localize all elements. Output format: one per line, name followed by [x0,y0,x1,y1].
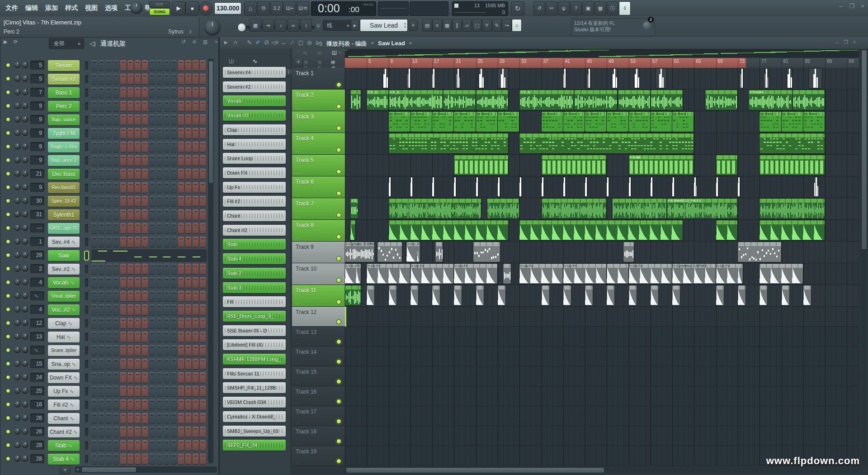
playlist-clip[interactable] [519,133,693,153]
channel-button[interactable]: Chant #2 ∿ [48,427,80,437]
channel-pan-knob[interactable] [14,170,21,177]
menu-1[interactable]: 编辑 [22,0,42,12]
playlist-clip[interactable] [716,177,718,197]
channel-led[interactable] [6,294,10,298]
grid-row[interactable] [345,386,859,406]
playlist-vscrollbar[interactable] [861,49,867,466]
picker-item[interactable]: Sevenn #2 [223,81,286,92]
picker-audio-tab[interactable]: ∿ [249,58,261,66]
channel-number[interactable]: 24 [30,373,44,382]
channel-volume-knob[interactable] [22,428,28,435]
picker-item[interactable]: SSE Bwam 05 - D [223,325,286,336]
channel-number[interactable]: 9 [30,183,44,192]
playlist-clip[interactable] [760,220,825,240]
channel-button[interactable]: Down FX ∿ [48,372,80,383]
channel-led[interactable] [6,171,10,176]
playlist-clip[interactable]: ▤ Bass 1 [585,112,606,132]
channel-volume-knob[interactable] [22,116,28,123]
track-header[interactable]: Track 11... [292,285,345,307]
rack-steps-icon[interactable]: ▥ [201,39,210,46]
playlist-clip[interactable]: ▤ Bass 1 [629,112,650,132]
playlist-mute-icon[interactable]: ◁× [271,39,279,47]
channel-pan-knob[interactable] [14,129,21,136]
playlist-clip[interactable] [760,264,803,284]
playlist-clip[interactable]: » Cymatics..0 BPM E [672,264,716,284]
picker-item[interactable]: Stab [223,239,286,250]
channel-led[interactable] [6,348,10,352]
timeline-ruler[interactable]: 5913172125293337414549535761656973778185… [345,58,859,68]
playlist-paint-icon[interactable]: ✐ [254,39,262,47]
playlist-clip[interactable]: » V_s [367,90,388,110]
channel-number[interactable]: 9 [30,156,44,165]
wait-input-button[interactable]: Θ [257,1,270,15]
grid-row[interactable] [345,176,859,198]
channel-pan-knob[interactable] [14,442,21,448]
playlist-clip[interactable]: ▤ Bass 1 [760,112,781,132]
picker-item[interactable]: Up Fx [223,182,286,193]
channel-pan-knob[interactable] [14,387,21,394]
bpm-display[interactable]: 130.000 [214,2,241,14]
track-options-dots[interactable]: ... [296,300,301,305]
track-led[interactable] [336,82,341,87]
piano-roll-preview[interactable] [91,249,207,262]
channel-button[interactable]: Tyght FM [48,128,80,139]
track-options-dots[interactable]: ... [296,192,301,196]
playlist-clip[interactable]: ▤ Bass 1 [498,112,519,132]
rack-filter-select[interactable]: 全部 ▸ [49,38,84,49]
close-button[interactable]: × [858,3,867,10]
plugin-picker-button[interactable]: ▢ [472,19,482,32]
playlist-clip[interactable] [760,133,825,153]
track-options-dots[interactable]: ... [296,257,301,261]
channel-volume-knob[interactable] [22,347,28,353]
channel-pan-knob[interactable] [14,414,21,421]
minimize-button[interactable]: – [836,3,845,10]
playlist-delete-icon[interactable]: ∅ [263,39,270,47]
picker-item[interactable]: Fill [223,296,286,307]
channel-pan-knob[interactable] [14,347,21,353]
picker-item[interactable]: Chant #2 [223,225,286,236]
channel-button[interactable]: Dec Bass [48,169,80,180]
playlist-clip[interactable] [435,242,443,262]
picker-item[interactable]: [Litebeet] Fill (4) [223,339,286,350]
track-header[interactable]: Track 17... [292,406,345,426]
track-led[interactable] [336,147,341,152]
pattern-selector[interactable]: Saw Lead ▴ ▾ [360,19,408,32]
automation-filter-icon[interactable]: ∞ [317,50,321,56]
channel-volume-knob[interactable] [22,292,28,299]
playlist-clip[interactable] [389,199,481,218]
channel-mute-strip[interactable] [85,62,88,70]
playlist-clip[interactable] [563,68,566,88]
playlist-clip[interactable] [487,199,519,218]
add-pattern-button[interactable]: + [409,20,418,31]
channel-number[interactable]: 26 [30,427,44,436]
channel-mute-strip[interactable] [85,333,88,341]
playlist-clip[interactable] [389,133,509,153]
channel-led[interactable] [6,321,10,325]
menu-2[interactable]: 添加 [42,0,61,12]
channel-mute-strip[interactable] [85,401,88,409]
channel-volume-knob[interactable] [22,129,28,136]
channel-pan-knob[interactable] [14,224,21,231]
channel-volume-knob[interactable] [22,374,28,380]
track-led[interactable] [336,126,341,131]
channel-button[interactable]: Sna..op ∿ [48,359,80,370]
playlist-clip[interactable] [618,90,650,110]
picker-item[interactable]: Stab 2 [223,268,286,279]
grid-row[interactable] [345,426,859,446]
patterns-filter-icon[interactable]: Ш [332,50,337,56]
track-header[interactable]: Track 8... [292,220,345,242]
channel-button[interactable]: Bass 1 [48,87,80,98]
channel-pan-knob[interactable] [14,75,21,82]
channel-mute-strip[interactable] [85,197,88,205]
channel-pan-knob[interactable] [14,197,21,204]
channel-button[interactable]: Serum #2 [48,74,80,85]
channel-mute-strip[interactable] [85,238,88,246]
channel-button[interactable]: Rev bass01 [48,182,80,193]
channel-pan-knob[interactable] [14,238,21,245]
playlist-clip[interactable] [454,177,456,197]
shop-button[interactable]: ⌂ [512,19,522,32]
picker-item[interactable]: Cymatics - X Downlif_ [223,411,286,422]
picker-item[interactable]: Stab 4 [223,253,286,264]
channel-pan-knob[interactable] [14,62,21,68]
playlist-clip[interactable] [479,68,484,88]
